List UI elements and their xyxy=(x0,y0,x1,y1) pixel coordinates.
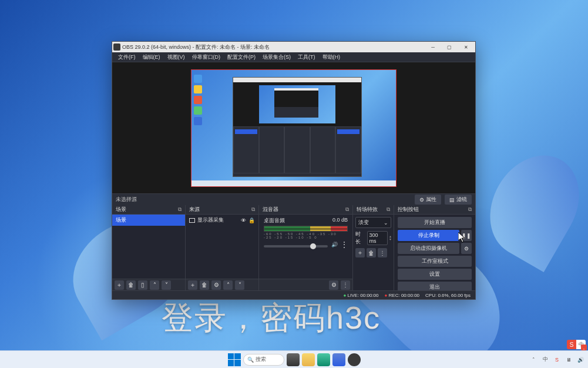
ime-badge-icon: , xyxy=(581,344,587,350)
menubar: 文件(F) 编辑(E) 视图(V) 停靠窗口(D) 配置文件(P) 场景集合(S… xyxy=(112,52,475,62)
lock-icon[interactable]: 🔒 xyxy=(248,218,255,223)
pause-recording-button[interactable]: ❚❚ xyxy=(461,230,472,241)
studio-mode-button[interactable]: 工作室模式 xyxy=(398,256,472,267)
channel-level: 0.0 dB xyxy=(332,217,348,225)
tray-ime-icon[interactable]: 中 xyxy=(541,356,549,364)
search-icon: 🔍 xyxy=(247,357,254,363)
move-up-button[interactable]: ˄ xyxy=(150,280,159,290)
edge-button[interactable] xyxy=(317,353,330,366)
preview-canvas[interactable] xyxy=(191,69,397,187)
stop-recording-button[interactable]: 停止录制 xyxy=(398,230,459,241)
move-down-button[interactable]: ˅ xyxy=(162,280,171,290)
app-icon xyxy=(113,44,120,51)
rec-status: REC: 00:00:00 xyxy=(385,293,420,298)
menu-tools[interactable]: 工具(T) xyxy=(294,53,319,61)
move-source-down-button[interactable]: ˅ xyxy=(235,280,244,290)
menu-view[interactable]: 视图(V) xyxy=(164,53,189,61)
virtual-cam-button[interactable]: 启动虚拟摄像机 xyxy=(398,243,459,254)
duration-input[interactable]: 300 ms xyxy=(367,231,388,245)
preview-area[interactable] xyxy=(112,62,475,193)
add-scene-button[interactable]: ＋ xyxy=(115,280,124,290)
exit-button[interactable]: 退出 xyxy=(398,282,472,290)
controls-title: 控制按钮 xyxy=(398,206,468,213)
close-button[interactable]: ✕ xyxy=(458,42,474,52)
tray-sogou-icon[interactable]: S xyxy=(553,356,561,364)
filters-button[interactable]: ▤滤镜 xyxy=(445,195,472,205)
speaker-icon[interactable]: 🔊 xyxy=(331,242,337,247)
source-item[interactable]: 显示器采集 👁🔒 xyxy=(186,215,258,226)
start-streaming-button[interactable]: 开始直播 xyxy=(398,217,472,228)
mixer-title: 混音器 xyxy=(263,206,345,213)
popout-icon[interactable]: ⧉ xyxy=(178,206,182,213)
menu-scene-collection[interactable]: 场景集合(S) xyxy=(259,53,294,61)
no-source-label: 未选择源 xyxy=(116,196,137,203)
source-properties-button[interactable]: ⚙ xyxy=(211,280,221,290)
transition-select[interactable]: 淡变⌄ xyxy=(355,217,391,228)
transitions-title: 转场特效 xyxy=(357,206,387,213)
obs-window: OBS 29.0.2 (64-bit, windows) - 配置文件: 未命名… xyxy=(112,41,476,300)
minimize-button[interactable]: ─ xyxy=(425,42,441,52)
virtual-cam-settings-button[interactable]: ⚙ xyxy=(461,243,472,254)
properties-button[interactable]: ⚙属性 xyxy=(415,195,441,205)
docks-row: 场景⧉ 场景 ＋ 🗑 ▯ ˄ ˅ 来源⧉ 显示器采集 👁🔒 xyxy=(112,205,475,290)
channel-name: 桌面音频 xyxy=(264,217,285,225)
source-name: 显示器采集 xyxy=(197,216,224,224)
tray-volume-icon[interactable]: 🔊 xyxy=(576,356,584,364)
scene-filter-button[interactable]: ▯ xyxy=(138,280,147,290)
remove-source-button[interactable]: 🗑 xyxy=(200,280,209,290)
scenes-dock: 场景⧉ 场景 ＋ 🗑 ▯ ˄ ˅ xyxy=(112,205,186,290)
duration-label: 时长 xyxy=(355,230,365,246)
task-view-button[interactable] xyxy=(287,353,300,366)
obs-taskbar-button[interactable] xyxy=(348,353,361,366)
channel-menu-button[interactable]: ⋮ xyxy=(341,243,348,246)
live-status: LIVE: 00:00:00 xyxy=(343,293,378,298)
display-capture-icon xyxy=(189,218,195,223)
mixer-channel: 桌面音频0.0 dB -60 -55 -50 -45 -40 -35 -30 -… xyxy=(259,215,352,250)
add-transition-button[interactable]: ＋ xyxy=(355,248,365,257)
scenes-title: 场景 xyxy=(116,206,178,213)
controls-dock: 控制按钮⧉ 开始直播 停止录制 ❚❚ 启动虚拟摄像机 ⚙ 工作室模式 设置 退出 xyxy=(394,205,475,290)
audio-meter xyxy=(264,226,348,232)
maximize-button[interactable]: ▢ xyxy=(441,42,458,52)
menu-dock[interactable]: 停靠窗口(D) xyxy=(189,53,224,61)
transition-menu-button[interactable]: ⋮ xyxy=(378,248,387,257)
window-title: OBS 29.0.2 (64-bit, windows) - 配置文件: 未命名… xyxy=(122,44,425,51)
visibility-icon[interactable]: 👁 xyxy=(241,218,246,223)
add-source-button[interactable]: ＋ xyxy=(188,280,197,290)
explorer-button[interactable] xyxy=(302,353,315,366)
popout-icon[interactable]: ⧉ xyxy=(251,206,255,213)
settings-button[interactable]: 设置 xyxy=(398,269,472,280)
remove-transition-button[interactable]: 🗑 xyxy=(367,248,376,257)
move-source-up-button[interactable]: ˄ xyxy=(223,280,233,290)
popout-icon[interactable]: ⧉ xyxy=(468,206,472,213)
ime-indicator[interactable]: S 中 , xyxy=(567,340,586,349)
overlay-subtitle: 登录，密码h3c xyxy=(162,297,381,340)
ime-sogou-icon: S xyxy=(567,340,576,349)
volume-slider[interactable] xyxy=(264,245,328,247)
mixer-menu-button[interactable]: ⋮ xyxy=(341,280,350,290)
system-tray[interactable]: ˄ 中 S 🖥 🔊 xyxy=(529,356,584,364)
popout-icon[interactable]: ⧉ xyxy=(345,206,349,213)
taskbar-search[interactable]: 🔍搜索 xyxy=(243,354,284,366)
remove-scene-button[interactable]: 🗑 xyxy=(126,280,136,290)
gear-icon: ⚙ xyxy=(419,197,424,203)
cpu-status: CPU: 0.6%, 60.00 fps xyxy=(425,293,471,298)
scene-item[interactable]: 场景 xyxy=(112,215,185,226)
start-button[interactable] xyxy=(228,353,241,366)
source-toolbar: 未选择源 ⚙属性 ▤滤镜 xyxy=(112,193,475,205)
mixer-settings-button[interactable]: ⚙ xyxy=(329,280,338,290)
titlebar[interactable]: OBS 29.0.2 (64-bit, windows) - 配置文件: 未命名… xyxy=(112,42,475,52)
menu-help[interactable]: 帮助(H) xyxy=(319,53,344,61)
menu-profile[interactable]: 配置文件(P) xyxy=(224,53,259,61)
store-button[interactable] xyxy=(332,353,345,366)
meter-scale: -60 -55 -50 -45 -40 -35 -30 -25 -20 -15 … xyxy=(264,232,348,239)
nested-taskbar xyxy=(191,180,396,186)
taskbar[interactable]: 🔍搜索 ˄ 中 S 🖥 🔊 xyxy=(0,350,588,368)
popout-icon[interactable]: ⧉ xyxy=(387,206,390,213)
tray-network-icon[interactable]: 🖥 xyxy=(565,356,573,364)
chevron-down-icon: ⌄ xyxy=(384,220,388,226)
menu-file[interactable]: 文件(F) xyxy=(115,53,139,61)
duration-spinner[interactable]: ▴▾ xyxy=(389,235,391,241)
tray-chevron-icon[interactable]: ˄ xyxy=(529,356,537,364)
menu-edit[interactable]: 编辑(E) xyxy=(139,53,164,61)
